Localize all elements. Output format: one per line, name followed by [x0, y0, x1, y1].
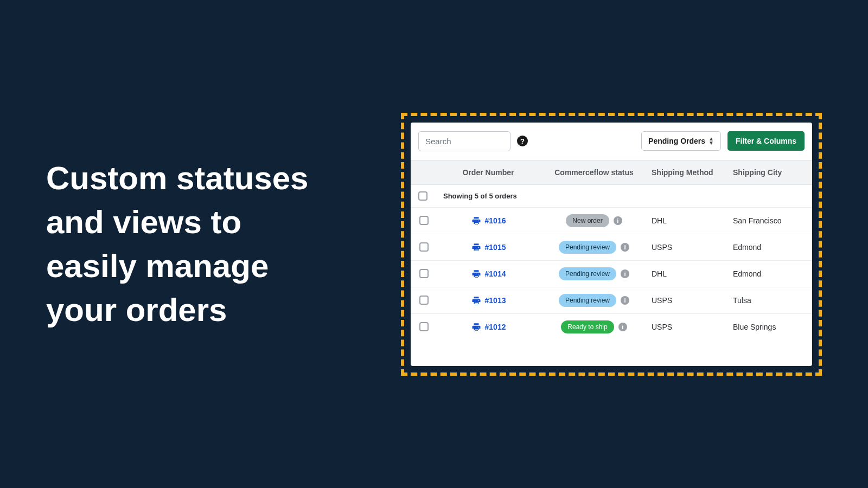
status-badge: Ready to ship	[561, 320, 614, 333]
shipping-city-cell: Edmond	[730, 243, 811, 252]
info-icon[interactable]: i	[621, 296, 629, 305]
order-number-cell: #1012	[437, 322, 540, 332]
printer-icon[interactable]	[471, 269, 482, 279]
shipping-method-cell: USPS	[648, 243, 730, 252]
shipping-method-cell: DHL	[648, 216, 730, 225]
order-link[interactable]: #1016	[485, 216, 506, 225]
shipping-method-cell: DHL	[648, 269, 730, 278]
info-icon[interactable]: i	[618, 323, 627, 331]
status-cell: Ready to shipi	[540, 320, 648, 333]
status-badge: New order	[566, 214, 609, 227]
table-row: #1012Ready to shipiUSPSBlue Springs	[411, 313, 812, 340]
search-input[interactable]	[418, 131, 510, 151]
status-cell: New orderi	[540, 214, 648, 227]
status-cell: Pending reviewi	[540, 241, 648, 254]
order-link[interactable]: #1014	[485, 269, 506, 278]
printer-icon[interactable]	[471, 296, 482, 305]
shipping-city-cell: San Francisco	[730, 216, 811, 225]
order-number-cell: #1014	[437, 269, 540, 279]
header-order-number: Order Number	[437, 160, 540, 184]
row-checkbox-cell	[411, 296, 437, 305]
row-checkbox-cell	[411, 216, 437, 225]
row-checkbox-cell	[411, 269, 437, 278]
header-shipping-method: Shipping Method	[648, 160, 730, 184]
status-cell: Pending reviewi	[540, 294, 648, 307]
sort-arrows-icon: ▲▼	[709, 137, 714, 145]
order-link[interactable]: #1015	[485, 243, 506, 252]
row-checkbox[interactable]	[419, 216, 429, 225]
status-badge: Pending review	[559, 267, 616, 280]
order-number-cell: #1015	[437, 242, 540, 252]
shipping-city-cell: Tulsa	[730, 296, 811, 305]
table-row: #1016New orderiDHLSan Francisco	[411, 207, 812, 234]
status-cell: Pending reviewi	[540, 267, 648, 280]
header-shipping-city: Shipping City	[730, 160, 811, 184]
panel-wrap: ? Pending Orders ▲▼ Filter & Columns Ord…	[350, 113, 822, 376]
row-checkbox-cell	[411, 242, 437, 252]
count-row: Showing 5 of 5 orders	[411, 185, 812, 207]
table-bottom-spacer	[411, 340, 812, 366]
table-row: #1015Pending reviewiUSPSEdmond	[411, 234, 812, 260]
info-icon[interactable]: i	[614, 216, 622, 225]
row-checkbox[interactable]	[419, 296, 429, 305]
info-icon[interactable]: i	[621, 243, 629, 252]
row-checkbox-cell	[411, 322, 437, 331]
select-all-checkbox[interactable]	[418, 191, 427, 201]
status-badge: Pending review	[559, 294, 616, 307]
header-checkbox-cell	[411, 160, 437, 184]
order-link[interactable]: #1012	[485, 323, 506, 331]
table-body: #1016New orderiDHLSan Francisco#1015Pend…	[411, 207, 812, 340]
orders-toolbar: ? Pending Orders ▲▼ Filter & Columns	[411, 123, 812, 160]
table-row: #1014Pending reviewiDHLEdmond	[411, 260, 812, 287]
marketing-headline: Custom statuses and views to easily mana…	[46, 156, 317, 332]
row-checkbox[interactable]	[419, 242, 429, 252]
view-select-dropdown[interactable]: Pending Orders ▲▼	[641, 131, 721, 151]
printer-icon[interactable]	[471, 216, 482, 226]
order-number-cell: #1016	[437, 216, 540, 226]
highlight-border: ? Pending Orders ▲▼ Filter & Columns Ord…	[401, 113, 822, 376]
info-icon[interactable]: i	[621, 269, 629, 278]
shipping-city-cell: Blue Springs	[730, 323, 811, 331]
help-icon[interactable]: ?	[517, 136, 528, 146]
shipping-method-cell: USPS	[648, 296, 730, 305]
orders-panel: ? Pending Orders ▲▼ Filter & Columns Ord…	[411, 123, 812, 366]
shipping-method-cell: USPS	[648, 323, 730, 331]
row-checkbox[interactable]	[419, 269, 429, 278]
view-select-label: Pending Orders	[648, 137, 705, 145]
row-checkbox[interactable]	[419, 322, 429, 331]
table-row: #1013Pending reviewiUSPSTulsa	[411, 287, 812, 313]
count-text: Showing 5 of 5 orders	[443, 192, 517, 200]
shipping-city-cell: Edmond	[730, 269, 811, 278]
order-number-cell: #1013	[437, 296, 540, 305]
printer-icon[interactable]	[471, 322, 482, 332]
order-link[interactable]: #1013	[485, 296, 506, 305]
printer-icon[interactable]	[471, 242, 482, 252]
filter-columns-button[interactable]: Filter & Columns	[727, 131, 805, 151]
status-badge: Pending review	[559, 241, 616, 254]
table-header-row: Order Number Commerceflow status Shippin…	[411, 160, 812, 185]
header-status: Commerceflow status	[540, 160, 648, 184]
